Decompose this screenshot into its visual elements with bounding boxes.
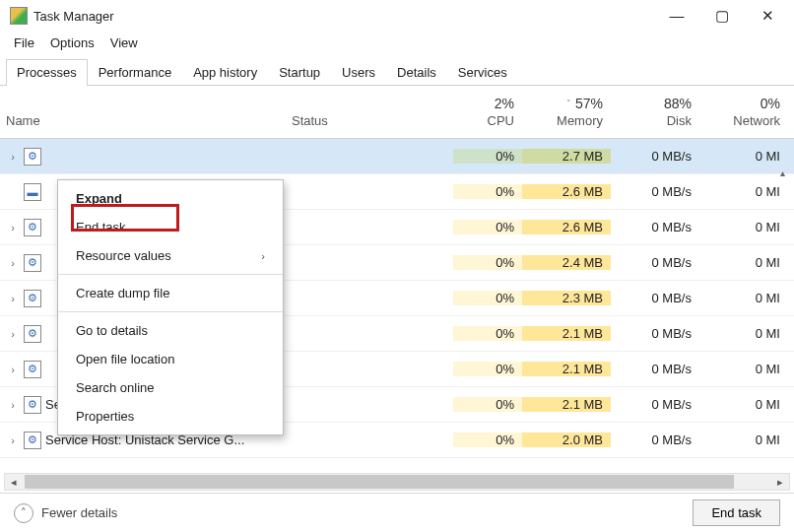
net-value: 0 MI xyxy=(699,326,788,341)
tab-services[interactable]: Services xyxy=(447,59,518,86)
tab-details[interactable]: Details xyxy=(386,59,447,86)
mem-value: 2.1 MB xyxy=(522,326,611,341)
net-value: 0 MI xyxy=(699,255,788,270)
expander-icon[interactable]: › xyxy=(6,257,20,269)
disk-value: 0 MB/s xyxy=(611,149,699,164)
gear-icon: ⚙ xyxy=(24,396,41,414)
expander-icon[interactable]: › xyxy=(6,328,20,340)
disk-value: 0 MB/s xyxy=(611,362,699,376)
net-value: 0 MI xyxy=(699,362,788,376)
mem-value: 2.4 MB xyxy=(522,255,611,270)
scroll-left-icon[interactable]: ◂ xyxy=(5,476,23,489)
menu-view[interactable]: View xyxy=(104,33,144,52)
col-name[interactable]: Name xyxy=(0,113,292,128)
gear-icon: ⚙ xyxy=(24,432,41,449)
gear-icon: ⚙ xyxy=(24,254,41,272)
scroll-right-icon[interactable]: ▸ xyxy=(771,476,789,489)
menu-properties[interactable]: Properties xyxy=(58,402,283,431)
mem-usage: 57% xyxy=(575,96,603,111)
disk-usage: 88% xyxy=(664,96,692,111)
disk-value: 0 MB/s xyxy=(611,432,699,447)
expander-icon[interactable]: › xyxy=(6,434,20,446)
cpu-value: 0% xyxy=(453,255,522,270)
expander-icon[interactable]: › xyxy=(6,151,20,163)
net-value: 0 MI xyxy=(699,149,788,164)
net-value: 0 MI xyxy=(699,432,788,447)
mem-value: 2.0 MB xyxy=(522,432,611,447)
col-status[interactable]: Status xyxy=(292,113,453,128)
disk-value: 0 MB/s xyxy=(611,255,699,270)
minimize-button[interactable]: — xyxy=(654,0,699,32)
expander-icon[interactable]: › xyxy=(6,293,20,304)
mem-value: 2.1 MB xyxy=(522,397,611,412)
disk-value: 0 MB/s xyxy=(611,291,699,305)
window-title: Task Manager xyxy=(33,9,114,24)
net-value: 0 MI xyxy=(699,397,788,412)
tab-startup[interactable]: Startup xyxy=(268,59,331,86)
menu-file[interactable]: File xyxy=(8,33,40,52)
tab-strip: Processes Performance App history Startu… xyxy=(0,58,794,86)
fewer-details-label: Fewer details xyxy=(41,505,117,520)
menu-resource-values[interactable]: Resource values› xyxy=(58,241,283,270)
tab-users[interactable]: Users xyxy=(331,59,386,86)
menu-expand[interactable]: Expand xyxy=(58,184,283,213)
cpu-value: 0% xyxy=(453,149,522,164)
net-value: 0 MI xyxy=(699,291,788,305)
window-icon: ▬ xyxy=(24,183,41,201)
menu-open-file-location[interactable]: Open file location xyxy=(58,345,283,373)
col-network[interactable]: 0% Network xyxy=(699,96,788,128)
col-disk[interactable]: 88% Disk xyxy=(611,96,699,128)
menu-create-dump[interactable]: Create dump file xyxy=(58,279,283,307)
expander-icon[interactable]: › xyxy=(6,222,20,233)
bottom-bar: ˄ Fewer details End task xyxy=(0,493,794,532)
col-memory[interactable]: ˅57% Memory xyxy=(522,96,611,128)
gear-icon: ⚙ xyxy=(24,290,41,307)
table-row[interactable]: ›⚙ 0% 2.7 MB 0 MB/s 0 MI xyxy=(0,139,794,174)
expander-icon[interactable]: › xyxy=(6,399,20,411)
cpu-value: 0% xyxy=(453,397,522,412)
scrollbar-thumb[interactable] xyxy=(25,475,734,489)
horizontal-scrollbar[interactable]: ◂ ▸ xyxy=(4,473,790,491)
task-manager-icon xyxy=(10,7,28,25)
menu-end-task[interactable]: End task xyxy=(58,213,283,241)
mem-label: Memory xyxy=(557,113,603,128)
net-value: 0 MI xyxy=(699,184,788,199)
net-label: Network xyxy=(733,113,780,128)
scroll-up-icon[interactable]: ▴ xyxy=(774,167,790,183)
net-usage: 0% xyxy=(761,96,780,111)
col-cpu[interactable]: 2% CPU xyxy=(453,96,522,128)
sort-indicator-icon: ˅ xyxy=(566,99,571,108)
cpu-value: 0% xyxy=(453,362,522,376)
gear-icon: ⚙ xyxy=(24,361,41,378)
menu-go-to-details[interactable]: Go to details xyxy=(58,316,283,345)
cpu-label: CPU xyxy=(488,113,514,128)
submenu-arrow-icon: › xyxy=(261,250,265,262)
gear-icon: ⚙ xyxy=(24,325,41,343)
tab-processes[interactable]: Processes xyxy=(6,59,88,86)
mem-value: 2.1 MB xyxy=(522,362,611,376)
disk-value: 0 MB/s xyxy=(611,397,699,412)
mem-value: 2.6 MB xyxy=(522,220,611,234)
fewer-details-toggle[interactable]: ˄ Fewer details xyxy=(14,503,117,523)
maximize-button[interactable]: ▢ xyxy=(699,0,745,32)
tab-app-history[interactable]: App history xyxy=(182,59,268,86)
menu-options[interactable]: Options xyxy=(44,33,100,52)
end-task-button[interactable]: End task xyxy=(693,499,780,526)
expander-icon[interactable]: › xyxy=(6,364,20,375)
chevron-up-icon: ˄ xyxy=(14,503,33,523)
mem-value: 2.6 MB xyxy=(522,184,611,199)
gear-icon: ⚙ xyxy=(24,219,41,236)
disk-label: Disk xyxy=(667,113,692,128)
mem-value: 2.3 MB xyxy=(522,291,611,305)
cpu-value: 0% xyxy=(453,326,522,341)
cpu-value: 0% xyxy=(453,291,522,305)
tab-performance[interactable]: Performance xyxy=(88,59,182,86)
gear-icon: ⚙ xyxy=(24,148,41,166)
menu-search-online[interactable]: Search online xyxy=(58,373,283,402)
mem-value: 2.7 MB xyxy=(522,149,611,164)
cpu-value: 0% xyxy=(453,184,522,199)
context-menu: Expand End task Resource values› Create … xyxy=(57,179,284,435)
menu-separator xyxy=(58,274,283,275)
menu-resource-values-label: Resource values xyxy=(76,248,171,263)
close-button[interactable]: ✕ xyxy=(745,0,790,32)
